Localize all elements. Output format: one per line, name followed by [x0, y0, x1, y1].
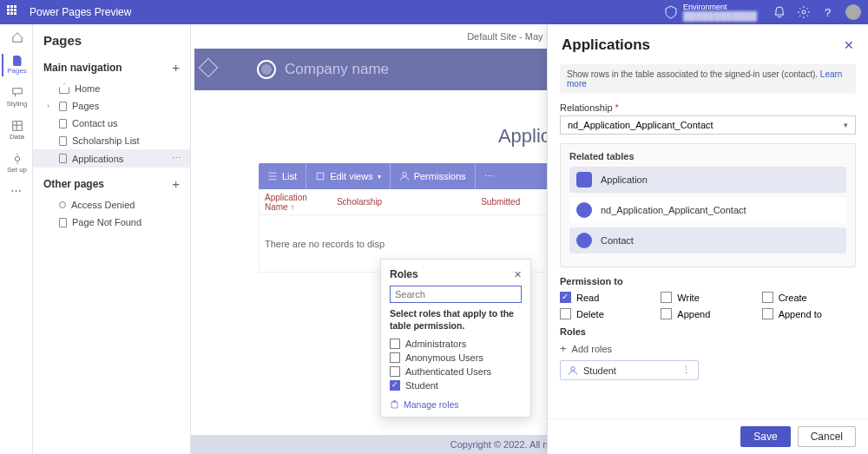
toolbar-list[interactable]: List	[259, 163, 306, 189]
related-tables-label: Related tables	[569, 151, 846, 161]
add-main-page-button[interactable]: +	[172, 60, 180, 75]
roles-search-input[interactable]	[390, 286, 522, 303]
related-application[interactable]: Application	[569, 167, 846, 193]
rail-pages[interactable]: Pages	[2, 54, 31, 76]
tree-item-scholarship-list[interactable]: Scholarship List	[33, 132, 190, 149]
brush-icon	[11, 87, 23, 99]
page-icon	[59, 154, 67, 163]
manage-icon	[390, 400, 399, 410]
add-other-page-button[interactable]: +	[172, 176, 180, 191]
svg-point-5	[571, 366, 575, 371]
role-option-anonymous[interactable]: Anonymous Users	[390, 352, 522, 363]
relationship-label: Relationship *	[560, 102, 856, 113]
toolbar-permissions[interactable]: Permissions	[391, 163, 476, 189]
more-icon[interactable]: ⋯	[172, 153, 182, 164]
left-rail: Pages Styling Data Set up ⋯	[0, 24, 33, 454]
page-icon	[59, 218, 67, 227]
data-icon	[11, 120, 23, 132]
avatar[interactable]	[845, 4, 861, 20]
col-scholarship[interactable]: Scholarship	[337, 197, 382, 207]
svg-point-4	[402, 173, 406, 177]
role-chip-more-icon[interactable]: ⋮	[681, 365, 691, 376]
close-icon[interactable]: ✕	[514, 269, 522, 280]
save-button[interactable]: Save	[740, 426, 790, 447]
move-icon[interactable]	[199, 58, 219, 78]
toolbar-edit-views[interactable]: Edit views▾	[306, 163, 391, 189]
right-panel: Applications ✕ Show rows in the table as…	[547, 24, 868, 454]
logo-icon	[257, 60, 276, 79]
tree-item-access-denied[interactable]: Access Denied	[33, 196, 190, 214]
col-application-name[interactable]: ApplicationName ↑	[265, 193, 307, 212]
edit-icon	[315, 171, 326, 181]
roles-popup-title: Roles	[390, 268, 418, 280]
permission-to-label: Permission to	[560, 276, 856, 286]
perm-append[interactable]: Append	[661, 308, 754, 319]
roles-label: Roles	[560, 326, 856, 337]
rail-setup[interactable]: Set up	[2, 151, 31, 175]
main-nav-label: Main navigation	[43, 62, 122, 74]
svg-rect-2	[12, 122, 22, 131]
user-icon	[59, 201, 66, 208]
pages-panel: Pages Main navigation+ Home ›Pages Conta…	[33, 24, 191, 454]
help-icon[interactable]: ?	[821, 5, 835, 19]
role-option-authenticated[interactable]: Authenticated Users	[390, 366, 522, 377]
relationship-select[interactable]: nd_Application_Applicant_Contact▾	[560, 115, 856, 135]
tree-item-page-not-found[interactable]: Page Not Found	[33, 214, 190, 231]
role-chip-student[interactable]: Student ⋮	[560, 360, 699, 380]
svg-point-0	[802, 10, 806, 14]
related-relationship[interactable]: nd_Application_Applicant_Contact	[569, 197, 846, 223]
setup-icon	[11, 153, 23, 165]
home-icon	[59, 83, 69, 94]
bell-icon[interactable]	[773, 5, 786, 19]
page-icon	[59, 102, 67, 111]
rail-more-icon[interactable]: ⋯	[10, 184, 23, 197]
page-icon	[59, 136, 67, 146]
toolbar-more[interactable]: ⋯	[476, 163, 503, 189]
perm-create[interactable]: Create	[762, 292, 856, 303]
cancel-button[interactable]: Cancel	[798, 426, 856, 447]
table-icon	[576, 172, 592, 188]
app-launcher-icon[interactable]	[7, 5, 21, 19]
environment-icon[interactable]	[664, 5, 678, 19]
tree-item-applications[interactable]: Applications⋯	[33, 149, 190, 168]
close-icon[interactable]: ✕	[844, 38, 854, 52]
contact-icon	[576, 233, 592, 248]
tree-item-pages[interactable]: ›Pages	[33, 97, 190, 115]
list-icon	[267, 171, 278, 181]
perm-append-to[interactable]: Append to	[762, 308, 856, 319]
home-icon	[11, 31, 23, 43]
gear-icon[interactable]	[797, 5, 811, 19]
page-icon	[13, 56, 22, 66]
perm-delete[interactable]: Delete	[560, 308, 654, 319]
perm-read[interactable]: Read	[560, 292, 654, 303]
role-icon	[568, 365, 578, 376]
company-name: Company name	[285, 61, 389, 78]
perm-write[interactable]: Write	[661, 292, 754, 303]
svg-point-3	[15, 156, 19, 161]
link-icon	[576, 202, 592, 218]
roles-popup-desc: Select roles that apply to the table per…	[390, 308, 522, 332]
user-icon	[399, 171, 410, 181]
svg-text:?: ?	[825, 6, 831, 19]
other-pages-label: Other pages	[43, 178, 104, 190]
rail-styling[interactable]: Styling	[2, 85, 31, 109]
role-option-administrators[interactable]: Administrators	[390, 339, 522, 349]
rail-data[interactable]: Data	[2, 118, 31, 142]
environment-block[interactable]: Environment ████████████	[683, 3, 757, 22]
app-title: Power Pages Preview	[30, 6, 131, 18]
top-bar: Power Pages Preview Environment ████████…	[0, 0, 868, 24]
pages-title: Pages	[43, 33, 82, 48]
tree-item-contact-us[interactable]: Contact us	[33, 115, 190, 132]
related-tables-box: Related tables Application nd_Applicatio…	[560, 143, 856, 267]
rail-home[interactable]	[2, 30, 31, 45]
page-icon	[59, 119, 67, 128]
role-option-student[interactable]: Student	[390, 380, 522, 391]
related-contact[interactable]: Contact	[569, 227, 846, 253]
roles-popup: Roles✕ Select roles that apply to the ta…	[380, 259, 531, 418]
manage-roles-link[interactable]: Manage roles	[390, 399, 522, 410]
add-roles-button[interactable]: +Add roles	[560, 342, 856, 355]
tree-item-home[interactable]: Home	[33, 80, 190, 97]
panel-hint: Show rows in the table associated to the…	[560, 64, 856, 94]
panel-title: Applications	[562, 36, 650, 54]
col-submitted[interactable]: Submitted	[481, 197, 520, 207]
